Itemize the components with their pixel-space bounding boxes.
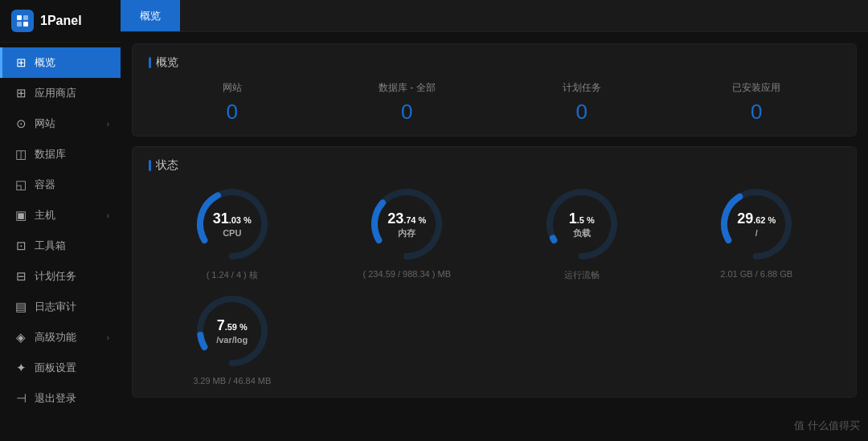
main-content: 概览 概览 网站 0 数据库 - 全部 0 计划任务 0 已安装应用 <box>121 0 868 441</box>
sidebar-item-host[interactable]: ▣ 主机 › <box>0 200 121 231</box>
gauge-disk-varlog-container: 7.59 % /var/log <box>192 291 272 371</box>
svg-rect-1 <box>23 15 28 20</box>
gauge-cpu-container: 31.03 % CPU <box>192 184 272 264</box>
gauge-memory-container: 23.74 % 内存 <box>366 184 447 264</box>
sidebar-item-overview[interactable]: ⊞ 概览 <box>0 47 121 78</box>
settings-icon: ✦ <box>14 361 28 375</box>
gauge-load-container: 1.5 % 负载 <box>542 184 622 264</box>
gauge-disk-varlog-text: 7.59 % /var/log <box>216 317 248 345</box>
sidebar-item-appstore[interactable]: ⊞ 应用商店 <box>0 78 121 108</box>
overview-value-database: 0 <box>324 100 491 125</box>
gauge-load: 1.5 % 负载 运行流畅 <box>498 184 665 281</box>
overview-value-apps: 0 <box>674 100 841 125</box>
advanced-icon: ◈ <box>14 330 28 345</box>
overview-label-database: 数据库 - 全部 <box>324 81 491 95</box>
overview-item-cron: 计划任务 0 <box>498 81 665 125</box>
overview-label-cron: 计划任务 <box>498 81 665 95</box>
sidebar-item-label: 面板设置 <box>35 361 109 375</box>
status-grid: 31.03 % CPU ( 1.24 / 4 ) 核 <box>149 184 840 281</box>
sidebar-item-label: 网站 <box>35 116 100 131</box>
sidebar-item-label: 日志审计 <box>35 300 109 314</box>
sidebar-item-label: 高级功能 <box>35 330 100 345</box>
sidebar-item-label: 概览 <box>35 55 109 70</box>
overview-label-apps: 已安装应用 <box>674 81 841 95</box>
sidebar-item-label: 工具箱 <box>35 239 109 253</box>
sidebar-item-label: 数据库 <box>35 147 109 161</box>
logo-icon <box>11 10 34 32</box>
sidebar-item-tools[interactable]: ⊡ 工具箱 <box>0 231 121 261</box>
overview-item-website: 网站 0 <box>149 81 316 125</box>
overview-item-apps: 已安装应用 0 <box>674 81 841 125</box>
gauge-disk-root-text: 29.62 % / <box>737 210 776 239</box>
sidebar-item-cron[interactable]: ⊟ 计划任务 <box>0 261 121 292</box>
overview-grid: 网站 0 数据库 - 全部 0 计划任务 0 已安装应用 0 <box>149 81 840 125</box>
gauge-disk-varlog: 7.59 % /var/log 3.29 MB / 46.84 MB <box>149 291 316 386</box>
gauge-memory-percent: 23.74 % 内存 <box>387 210 426 239</box>
tools-icon: ⊡ <box>14 239 28 253</box>
sidebar-item-container[interactable]: ◱ 容器 <box>0 169 121 200</box>
sidebar-item-label: 退出登录 <box>35 391 109 406</box>
database-icon: ◫ <box>14 147 28 161</box>
chevron-down-icon: › <box>107 333 109 342</box>
sidebar-item-panel-settings[interactable]: ✦ 面板设置 <box>0 353 121 383</box>
appstore-icon: ⊞ <box>14 86 28 100</box>
top-bar: 概览 <box>121 0 868 32</box>
sidebar-item-advanced[interactable]: ◈ 高级功能 › <box>0 322 121 353</box>
sidebar-item-database[interactable]: ◫ 数据库 <box>0 139 121 169</box>
sidebar-nav: ⊞ 概览 ⊞ 应用商店 ⊙ 网站 › ◫ 数据库 ◱ 容器 ▣ 主机 › ⊡ 工… <box>0 43 121 441</box>
website-icon: ⊙ <box>14 116 28 131</box>
gauge-memory: 23.74 % 内存 ( 234.59 / 988.34 ) MB <box>324 184 491 281</box>
sidebar: 1Panel ⊞ 概览 ⊞ 应用商店 ⊙ 网站 › ◫ 数据库 ◱ 容器 ▣ 主… <box>0 0 121 441</box>
gauge-cpu: 31.03 % CPU ( 1.24 / 4 ) 核 <box>149 184 316 281</box>
gauge-memory-sub: ( 234.59 / 988.34 ) MB <box>363 269 451 279</box>
overview-value-cron: 0 <box>498 100 665 125</box>
sidebar-item-label: 主机 <box>35 208 100 223</box>
svg-rect-0 <box>17 15 22 20</box>
chevron-down-icon: › <box>107 211 109 220</box>
sidebar-item-label: 计划任务 <box>35 269 109 284</box>
host-icon: ▣ <box>14 208 28 223</box>
tab-overview[interactable]: 概览 <box>121 0 180 31</box>
logout-icon: ⊣ <box>14 391 28 406</box>
container-icon: ◱ <box>14 178 28 192</box>
sidebar-item-label: 容器 <box>35 178 109 192</box>
overview-item-database: 数据库 - 全部 0 <box>324 81 491 125</box>
gauge-disk-root-container: 29.62 % / <box>716 184 796 264</box>
gauge-load-text: 1.5 % 负载 <box>569 210 595 239</box>
chevron-down-icon: › <box>107 120 109 129</box>
gauge-cpu-percent: 31.03 % CPU <box>213 210 252 239</box>
gauge-disk-root-sub: 2.01 GB / 6.88 GB <box>720 269 792 279</box>
sidebar-item-logs[interactable]: ▤ 日志审计 <box>0 292 121 322</box>
status-row2: 7.59 % /var/log 3.29 MB / 46.84 MB <box>149 291 840 386</box>
gauge-disk-varlog-percent: 7.59 % /var/log <box>216 317 248 345</box>
overview-card: 概览 网站 0 数据库 - 全部 0 计划任务 0 已安装应用 0 <box>132 43 857 137</box>
logo-text: 1Panel <box>40 14 82 28</box>
status-card-title: 状态 <box>149 158 840 173</box>
overview-label-website: 网站 <box>149 81 316 95</box>
sidebar-item-logout[interactable]: ⊣ 退出登录 <box>0 383 121 414</box>
sidebar-item-label: 应用商店 <box>35 86 109 100</box>
home-icon: ⊞ <box>14 55 28 70</box>
gauge-memory-text: 23.74 % 内存 <box>387 210 426 239</box>
overview-value-website: 0 <box>149 100 316 125</box>
gauge-disk-root-percent: 29.62 % / <box>737 210 776 239</box>
svg-rect-2 <box>17 22 22 27</box>
gauge-disk-root: 29.62 % / 2.01 GB / 6.88 GB <box>674 184 841 281</box>
overview-card-title: 概览 <box>149 55 840 70</box>
sidebar-item-website[interactable]: ⊙ 网站 › <box>0 108 121 139</box>
svg-rect-3 <box>23 22 28 27</box>
gauge-load-percent: 1.5 % 负载 <box>569 210 595 239</box>
status-card: 状态 31.03 % CPU <box>132 146 857 398</box>
cron-icon: ⊟ <box>14 269 28 284</box>
content-area: 概览 网站 0 数据库 - 全部 0 计划任务 0 已安装应用 0 <box>121 32 868 441</box>
gauge-cpu-text: 31.03 % CPU <box>213 210 252 239</box>
logo: 1Panel <box>0 0 121 43</box>
logs-icon: ▤ <box>14 300 28 314</box>
